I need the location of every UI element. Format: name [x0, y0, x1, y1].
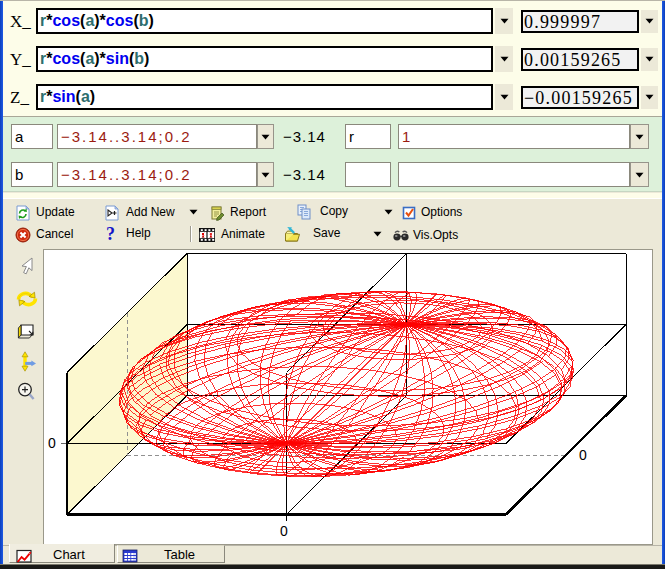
svg-text:0: 0	[48, 435, 56, 451]
svg-text:?: ?	[106, 226, 115, 242]
svg-text:0: 0	[280, 523, 288, 539]
svg-text:0: 0	[579, 447, 587, 463]
